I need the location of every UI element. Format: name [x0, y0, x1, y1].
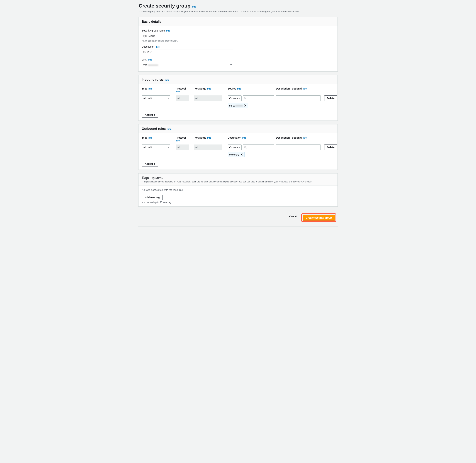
tags-empty-text: No tags associated with the resource.	[142, 188, 334, 191]
outbound-rules-title: Outbound rules	[142, 127, 166, 131]
vpc-field: VPC Info vpc-xxxxxxxx	[142, 58, 334, 68]
outbound-dest-token[interactable]: 0.0.0.0/0	[228, 152, 244, 157]
outbound-col-desc-info[interactable]: Info	[303, 137, 307, 139]
security-group-name-info-link[interactable]: Info	[166, 29, 170, 32]
tags-panel: Tags - optional A tag is a label that yo…	[138, 173, 338, 207]
chevron-down-icon	[239, 147, 241, 148]
cancel-button[interactable]: Cancel	[287, 214, 299, 219]
inbound-description-input[interactable]	[276, 95, 321, 101]
inbound-source-token-visible: sg-ce	[229, 104, 235, 107]
outbound-columns-header: Type Info Protocol Info Port range Info	[142, 136, 334, 142]
inbound-col-desc-info[interactable]: Info	[303, 88, 307, 90]
inbound-rules-title: Inbound rules	[142, 78, 163, 82]
chevron-down-icon	[230, 64, 232, 65]
page-title: Create security group	[139, 3, 190, 9]
outbound-col-protocol-info[interactable]: Info	[176, 140, 192, 142]
outbound-dest-token-text: 0.0.0.0/0	[229, 153, 239, 156]
vpc-value-hidden: xxxxxxxx	[148, 63, 158, 66]
outbound-delete-button[interactable]: Delete	[324, 144, 337, 150]
outbound-col-type-info[interactable]: Info	[149, 137, 152, 139]
inbound-source-search[interactable]	[243, 95, 274, 101]
svg-line-1	[246, 98, 247, 99]
description-info-link[interactable]: Info	[156, 46, 160, 48]
vpc-label: VPC	[142, 58, 147, 61]
outbound-col-destination-label: Destination	[228, 136, 241, 139]
inbound-rule-row: All traffic All All Custom	[142, 95, 334, 108]
create-button-highlight: Create security group	[301, 214, 336, 222]
inbound-portrange-value: All	[194, 95, 222, 101]
outbound-col-portrange-label: Port range	[194, 136, 206, 139]
inbound-type-value: All traffic	[143, 97, 153, 100]
tags-limit-text: You can add up to 50 more tag	[142, 201, 334, 204]
outbound-dest-mode-select[interactable]: Custom	[228, 144, 242, 150]
page-footer: Cancel Create security group	[138, 210, 338, 226]
svg-point-4	[245, 146, 246, 148]
search-icon	[244, 146, 247, 149]
inbound-rules-panel: Inbound rules Info Type Info Protocol In…	[138, 75, 338, 121]
inbound-add-rule-button[interactable]: Add rule	[142, 112, 158, 118]
outbound-col-desc-label: Description - optional	[276, 136, 302, 139]
description-input[interactable]	[142, 49, 233, 55]
outbound-protocol-value: All	[176, 144, 189, 150]
inbound-source-mode-select[interactable]: Custom	[228, 95, 242, 101]
inbound-col-source-info[interactable]: Info	[237, 88, 241, 90]
outbound-portrange-value: All	[194, 144, 222, 150]
tags-title: Tags - optional	[142, 176, 334, 180]
inbound-columns-header: Type Info Protocol Info Port range Info	[142, 87, 334, 93]
security-group-name-label: Security group name	[142, 29, 165, 32]
tags-description: A tag is a label that you assign to an A…	[142, 180, 334, 183]
inbound-col-desc-label: Description - optional	[276, 87, 302, 90]
page-description: A security group acts as a virtual firew…	[139, 10, 337, 13]
outbound-rules-panel: Outbound rules Info Type Info Protocol I…	[138, 124, 338, 170]
chevron-down-icon	[239, 98, 241, 99]
inbound-col-portrange-info[interactable]: Info	[207, 88, 211, 90]
create-security-group-button[interactable]: Create security group	[303, 215, 335, 221]
page-title-info-link[interactable]: Info	[192, 6, 196, 8]
search-icon	[244, 97, 247, 100]
close-icon[interactable]	[244, 104, 247, 107]
security-group-name-input[interactable]	[142, 33, 233, 39]
inbound-col-protocol-info[interactable]: Info	[176, 90, 192, 93]
outbound-type-select[interactable]: All traffic	[142, 144, 170, 150]
inbound-source-mode-value: Custom	[229, 97, 238, 100]
outbound-type-value: All traffic	[143, 146, 153, 149]
inbound-protocol-value: All	[176, 95, 189, 101]
vpc-value-visible: vpc-	[143, 63, 148, 66]
outbound-col-protocol-label: Protocol	[176, 136, 186, 139]
inbound-col-source-label: Source	[228, 87, 236, 90]
outbound-rule-row: All traffic All All Custom	[142, 144, 334, 157]
vpc-select[interactable]: vpc-xxxxxxxx	[142, 62, 233, 68]
outbound-col-portrange-info[interactable]: Info	[207, 137, 211, 139]
basic-details-panel: Basic details Security group name Info N…	[138, 17, 338, 72]
outbound-description-input[interactable]	[276, 144, 321, 150]
inbound-col-type-info[interactable]: Info	[149, 88, 152, 90]
outbound-add-rule-button[interactable]: Add rule	[142, 161, 158, 167]
vpc-info-link[interactable]: Info	[148, 59, 152, 61]
page-header: Create security group Info A security gr…	[138, 0, 338, 17]
inbound-col-portrange-label: Port range	[194, 87, 206, 90]
inbound-source-search-input[interactable]	[248, 96, 280, 101]
security-group-name-field: Security group name Info Name cannot be …	[142, 29, 334, 42]
outbound-dest-search-input[interactable]	[248, 145, 280, 150]
svg-line-5	[246, 148, 247, 148]
outbound-dest-search[interactable]	[243, 144, 274, 150]
inbound-col-protocol-label: Protocol	[176, 87, 186, 90]
outbound-col-type-label: Type	[142, 136, 148, 139]
inbound-type-select[interactable]: All traffic	[142, 95, 170, 101]
add-new-tag-button[interactable]: Add new tag	[142, 195, 163, 200]
security-group-name-constraint: Name cannot be edited after creation.	[142, 40, 334, 42]
close-icon[interactable]	[240, 153, 243, 156]
basic-details-title: Basic details	[142, 20, 161, 24]
tags-title-prefix: Tags -	[142, 176, 152, 179]
chevron-down-icon	[167, 147, 169, 148]
inbound-delete-button[interactable]: Delete	[324, 95, 337, 101]
inbound-source-token[interactable]: sg-cexxxxxx	[228, 103, 248, 108]
tags-title-suffix: optional	[152, 176, 163, 179]
inbound-rules-info-link[interactable]: Info	[165, 79, 169, 81]
inbound-source-token-hidden: xxxxxx	[235, 104, 243, 107]
outbound-col-destination-info[interactable]: Info	[242, 137, 246, 139]
description-label: Description	[142, 45, 154, 48]
inbound-col-type-label: Type	[142, 87, 148, 90]
chevron-down-icon	[167, 98, 169, 99]
outbound-rules-info-link[interactable]: Info	[167, 128, 171, 130]
